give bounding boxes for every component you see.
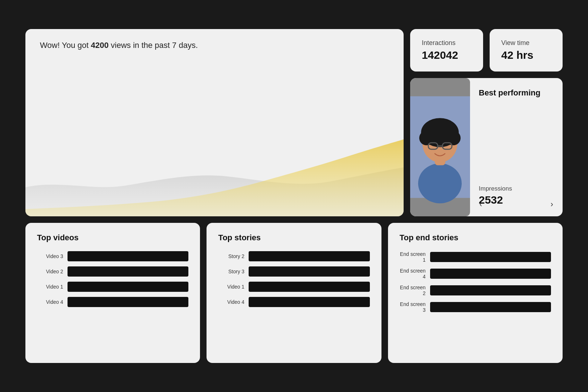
bar-track: [430, 285, 551, 295]
carousel-next-button[interactable]: ›: [548, 198, 556, 211]
bar-track: [430, 302, 551, 312]
dashboard: Wow! You got 4200 views in the past 7 da…: [25, 29, 563, 363]
top-videos-bars: Video 3Video 2Video 1Video 4: [37, 251, 188, 307]
viewtime-label: View time: [501, 39, 530, 47]
bar-row: Story 2: [218, 251, 369, 261]
top-stories-title: Top stories: [218, 233, 369, 242]
top-videos-card: Top videos Video 3Video 2Video 1Video 4: [25, 223, 200, 363]
bar-label: Story 2: [218, 253, 244, 259]
impressions-label: Impressions: [479, 185, 554, 192]
chart-headline-prefix: Wow! You got: [40, 41, 91, 50]
bar-row: Video 2: [37, 266, 188, 277]
svg-point-9: [433, 119, 446, 132]
bar-row: Story 3: [218, 266, 369, 277]
right-column: Interactions 142042 View time 42 hrs: [410, 29, 563, 216]
bar-track: [249, 282, 369, 292]
bar-label: Video 3: [37, 253, 63, 259]
top-stories-bars: Story 2Story 3Video 1Video 4: [218, 251, 369, 307]
interactions-card: Interactions 142042: [410, 29, 483, 72]
stats-row: Interactions 142042 View time 42 hrs: [410, 29, 563, 72]
bar-track: [249, 266, 369, 277]
bar-track: [430, 252, 551, 262]
top-end-stories-bars: End screen 1End screen 4End screen 2End …: [400, 251, 551, 313]
bar-track: [430, 269, 551, 279]
chart-headline: Wow! You got 4200 views in the past 7 da…: [40, 41, 389, 50]
bar-row: Video 4: [37, 297, 188, 307]
top-stories-card: Top stories Story 2Story 3Video 1Video 4: [207, 223, 381, 363]
svg-point-1: [418, 163, 462, 203]
bar-label: Video 4: [218, 299, 244, 305]
carousel-arrows: ‹ ›: [470, 198, 563, 211]
bar-track: [68, 251, 188, 261]
carousel-prev-button[interactable]: ‹: [477, 198, 485, 211]
best-performing-card: Best performing Impressions 2532 ‹ ›: [410, 78, 563, 216]
bar-row: End screen 4: [400, 268, 551, 279]
bar-label: Story 3: [218, 269, 244, 274]
bottom-row: Top videos Video 3Video 2Video 1Video 4 …: [25, 223, 563, 363]
bar-label: Video 4: [37, 299, 63, 305]
best-performing-photo: [410, 78, 470, 216]
chart-area: [25, 115, 404, 216]
bar-row: Video 4: [218, 297, 369, 307]
bar-track: [249, 297, 369, 307]
top-end-stories-card: Top end stories End screen 1End screen 4…: [388, 223, 563, 363]
person-avatar-svg: [410, 78, 470, 216]
interactions-label: Interactions: [422, 39, 456, 47]
bar-track: [68, 266, 188, 277]
bar-track: [68, 282, 188, 292]
chart-headline-bold: 4200: [91, 41, 109, 50]
bar-label: Video 1: [218, 284, 244, 290]
bar-row: End screen 3: [400, 301, 551, 313]
best-performing-title: Best performing: [479, 88, 554, 98]
bar-row: End screen 1: [400, 251, 551, 263]
bar-label: End screen 4: [400, 268, 426, 279]
bar-label: Video 2: [37, 269, 63, 274]
best-performing-info: Best performing Impressions 2532: [470, 78, 563, 216]
top-end-stories-title: Top end stories: [400, 233, 551, 242]
bar-row: Video 1: [218, 282, 369, 292]
viewtime-card: View time 42 hrs: [490, 29, 563, 72]
bar-label: Video 1: [37, 284, 63, 290]
bar-label: End screen 3: [400, 301, 426, 313]
bar-row: Video 1: [37, 282, 188, 292]
bar-row: End screen 2: [400, 285, 551, 296]
bar-track: [68, 297, 188, 307]
views-chart-card: Wow! You got 4200 views in the past 7 da…: [25, 29, 404, 216]
bar-label: End screen 1: [400, 251, 426, 263]
bar-track: [249, 251, 369, 261]
chart-headline-suffix: views in the past 7 days.: [109, 41, 198, 50]
viewtime-value: 42 hrs: [501, 49, 533, 61]
bar-label: End screen 2: [400, 285, 426, 296]
bar-row: Video 3: [37, 251, 188, 261]
top-videos-title: Top videos: [37, 233, 188, 242]
interactions-value: 142042: [422, 49, 458, 61]
wave-chart-svg: [25, 115, 404, 216]
